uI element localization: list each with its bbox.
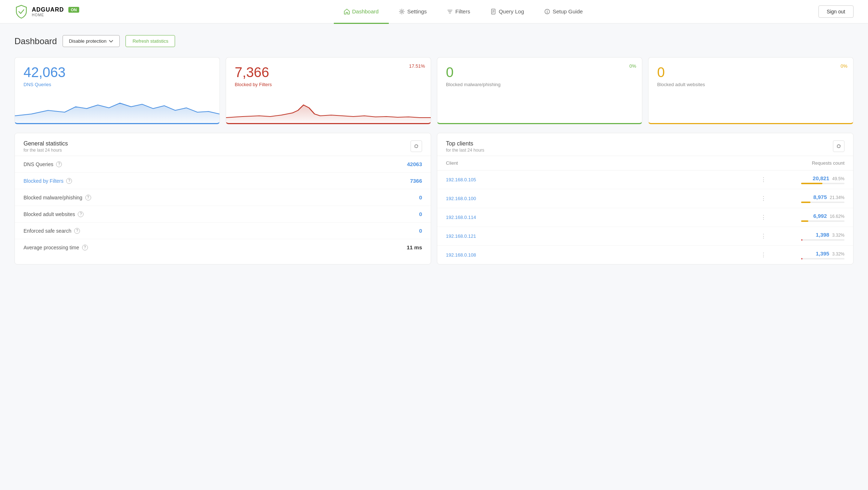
dns-queries-label: DNS Queries	[24, 82, 211, 87]
home-icon	[344, 9, 350, 14]
nav-query-log[interactable]: Query Log	[480, 0, 534, 24]
gear-icon	[399, 9, 405, 14]
blocked-filters-help-icon[interactable]: ?	[66, 178, 72, 184]
top-clients-title-group: Top clients for the last 24 hours	[446, 140, 484, 153]
document-icon	[490, 9, 496, 14]
blocked-adult-help-icon[interactable]: ?	[78, 211, 84, 217]
client-menu-3[interactable]: ⋮	[759, 232, 768, 240]
client-ip-3[interactable]: 192.168.0.121	[446, 233, 755, 239]
nav-dashboard[interactable]: Dashboard	[334, 0, 389, 24]
client-pct-4: 3.32%	[832, 252, 844, 257]
disable-protection-button[interactable]: Disable protection	[63, 35, 120, 47]
blocked-malware-card: 0% 0 Blocked malware/phishing	[437, 57, 642, 124]
client-pct-3: 3.32%	[832, 233, 844, 238]
client-menu-2[interactable]: ⋮	[759, 213, 768, 221]
blocked-filters-chart	[226, 94, 431, 123]
top-clients-panel: Top clients for the last 24 hours Client…	[437, 133, 854, 265]
top-clients-title: Top clients	[446, 140, 484, 147]
blocked-malware-label: Blocked malware/phishing	[446, 82, 633, 87]
main-content: Dashboard Disable protection Refresh sta…	[0, 24, 868, 276]
dns-queries-card: 42,063 DNS Queries	[14, 57, 220, 124]
blocked-filters-link[interactable]: Blocked by Filters	[24, 178, 63, 184]
client-ip-4[interactable]: 192.168.0.108	[446, 252, 755, 258]
client-bar-bg-1	[801, 202, 844, 203]
stat-row-safe-search-value: 0	[419, 228, 422, 234]
general-stats-title: General statistics	[24, 140, 68, 147]
top-clients-list: 192.168.0.105 ⋮ 20,821 49.5% 192.168.0.1…	[437, 170, 853, 264]
logo-text: ADGUARD ON HOME	[32, 7, 79, 17]
client-requests-0: 20,821 49.5%	[772, 175, 844, 184]
client-bar-bg-2	[801, 220, 844, 222]
general-stats-title-group: General statistics for the last 24 hours	[24, 140, 68, 153]
stat-row-safe-search-label: Enforced safe search ?	[24, 228, 80, 234]
client-bar-bg-0	[801, 183, 844, 184]
stat-row-blocked-malware-label: Blocked malware/phishing ?	[24, 195, 91, 200]
refresh-statistics-button[interactable]: Refresh statistics	[125, 35, 175, 47]
logo-adguard: ADGUARD	[32, 7, 64, 13]
client-menu-4[interactable]: ⋮	[759, 251, 768, 259]
refresh-icon	[414, 144, 419, 149]
stat-row-blocked-adult: Blocked adult websites ? 0	[15, 206, 431, 223]
general-stats-rows: DNS Queries ? 42063 Blocked by Filters ?…	[15, 156, 431, 255]
client-requests-2: 6,992 16.62%	[772, 213, 844, 222]
blocked-malware-value: 0	[446, 65, 633, 80]
nav-filters[interactable]: Filters	[437, 0, 480, 24]
client-row-4: 192.168.0.108 ⋮ 1,395 3.32%	[437, 246, 853, 264]
general-stats-refresh-button[interactable]	[410, 140, 422, 152]
client-ip-0[interactable]: 192.168.0.105	[446, 177, 755, 182]
logo: ADGUARD ON HOME	[14, 5, 79, 18]
client-bar-2	[801, 220, 808, 222]
refresh-icon	[836, 144, 841, 149]
client-bar-1	[801, 202, 810, 203]
client-count-1: 8,975	[813, 194, 827, 200]
client-count-4: 1,395	[816, 250, 829, 257]
info-icon	[544, 9, 550, 14]
blocked-adult-value: 0	[657, 65, 844, 80]
client-bar-4	[801, 258, 803, 259]
client-row-0: 192.168.0.105 ⋮ 20,821 49.5%	[437, 170, 853, 189]
requests-col-header: Requests count	[645, 160, 844, 166]
blocked-adult-card: 0% 0 Blocked adult websites	[648, 57, 854, 124]
blocked-malware-help-icon[interactable]: ?	[85, 195, 91, 200]
stat-row-blocked-malware-value: 0	[419, 194, 422, 200]
stats-cards-row: 42,063 DNS Queries 17.	[14, 57, 854, 124]
blocked-filters-label: Blocked by Filters	[235, 82, 422, 87]
stat-row-blocked-adult-label: Blocked adult websites ?	[24, 211, 84, 217]
dns-help-icon[interactable]: ?	[56, 161, 62, 167]
client-menu-1[interactable]: ⋮	[759, 194, 768, 203]
blocked-filters-card: 17.51% 7,366 Blocked by Filters	[226, 57, 431, 124]
adguard-shield-icon	[14, 5, 28, 18]
stat-row-blocked-filters: Blocked by Filters ? 7366	[15, 173, 431, 189]
stat-row-dns: DNS Queries ? 42063	[15, 156, 431, 173]
page-header: Dashboard Disable protection Refresh sta…	[14, 35, 854, 47]
stat-row-blocked-adult-value: 0	[419, 211, 422, 217]
bottom-panels-row: General statistics for the last 24 hours…	[14, 133, 854, 265]
protection-status-badge: ON	[68, 7, 80, 13]
client-bar-3	[801, 239, 803, 241]
nav-setup-guide[interactable]: Setup Guide	[534, 0, 593, 24]
stat-row-avg-time-label: Average processing time ?	[24, 245, 88, 250]
logo-home: HOME	[32, 13, 79, 17]
avg-time-help-icon[interactable]: ?	[82, 245, 88, 250]
stat-row-avg-time: Average processing time ? 11 ms	[15, 239, 431, 255]
stat-row-blocked-malware: Blocked malware/phishing ? 0	[15, 189, 431, 206]
client-menu-0[interactable]: ⋮	[759, 176, 768, 184]
safe-search-help-icon[interactable]: ?	[74, 228, 80, 234]
top-clients-table-header: Client Requests count	[437, 156, 853, 170]
dns-queries-chart	[15, 94, 220, 123]
client-requests-3: 1,398 3.32%	[772, 232, 844, 241]
general-stats-header: General statistics for the last 24 hours	[15, 133, 431, 156]
nav-settings[interactable]: Settings	[389, 0, 437, 24]
top-clients-header: Top clients for the last 24 hours	[437, 133, 853, 156]
blocked-adult-label: Blocked adult websites	[657, 82, 844, 87]
stat-row-blocked-filters-value: 7366	[410, 178, 422, 184]
top-clients-refresh-button[interactable]	[833, 140, 844, 152]
disable-btn-label: Disable protection	[69, 38, 106, 44]
stat-row-safe-search: Enforced safe search ? 0	[15, 223, 431, 239]
general-stats-subtitle: for the last 24 hours	[24, 148, 68, 153]
client-requests-4: 1,395 3.32%	[772, 250, 844, 259]
blocked-malware-percent: 0%	[629, 63, 636, 69]
client-ip-1[interactable]: 192.168.0.100	[446, 196, 755, 201]
client-ip-2[interactable]: 192.168.0.114	[446, 215, 755, 220]
sign-out-button[interactable]: Sign out	[818, 5, 854, 18]
